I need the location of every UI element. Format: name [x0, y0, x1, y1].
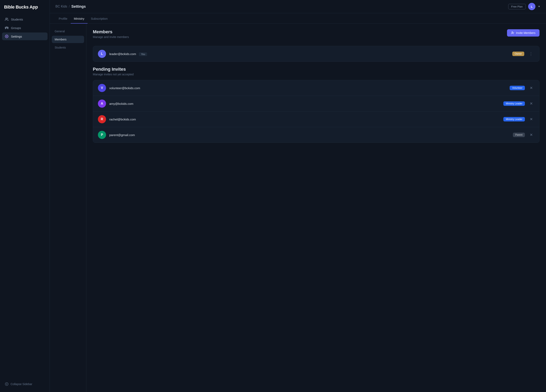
- you-badge: You: [139, 52, 147, 56]
- invite-role-rachel: Ministry Leader: [503, 117, 525, 121]
- members-section-header: Members Manage and Invite members Invite…: [93, 29, 540, 43]
- svg-point-3: [7, 27, 8, 28]
- user-avatar[interactable]: L: [528, 3, 535, 10]
- groups-icon: [5, 26, 8, 30]
- svg-point-5: [512, 32, 513, 33]
- breadcrumb-bc-kids[interactable]: BC Kids: [55, 5, 67, 8]
- app-logo: Bible Bucks App: [0, 0, 50, 15]
- svg-point-2: [5, 27, 6, 28]
- invite-remove-amy[interactable]: ✕: [528, 101, 534, 107]
- invite-row-volunteer: V volunteer@bckids.com Volunteer ✕: [93, 80, 539, 96]
- invite-avatar-volunteer: V: [98, 84, 106, 92]
- tab-profile[interactable]: Profile: [55, 13, 71, 24]
- settings-container: Profile Ministry Subscription General Me…: [50, 13, 546, 392]
- sidebar-item-settings-label: Settings: [11, 35, 22, 38]
- invite-members-label: Invite Members: [516, 31, 535, 34]
- member-role-leader: Owner: [512, 52, 524, 56]
- invite-icon: [511, 31, 514, 34]
- students-icon: [5, 18, 8, 21]
- topbar-right: Free Plan L ▼: [508, 3, 540, 10]
- invite-row-rachel: R rachel@bckids.com Ministry Leader ✕: [93, 111, 539, 127]
- svg-point-0: [6, 18, 7, 19]
- page-title: Settings: [71, 5, 86, 9]
- svg-point-4: [5, 383, 8, 386]
- invite-row-parent: P parent@gmail.com Parent ✕: [93, 127, 539, 143]
- pending-subtitle: Manage invites not yet accepted: [93, 73, 540, 76]
- invite-role-parent: Parent: [513, 133, 525, 137]
- sidebar-nav: Students Groups Settings: [0, 15, 50, 377]
- sidebar-item-students-label: Students: [11, 18, 23, 21]
- avatar-chevron-icon[interactable]: ▼: [538, 5, 540, 8]
- topbar: BC Kids / Settings Free Plan L ▼: [50, 0, 546, 13]
- settings-tabs: Profile Ministry Subscription: [50, 13, 546, 24]
- member-avatar-leader: L: [98, 50, 106, 58]
- members-title: Members: [93, 29, 129, 34]
- invite-row-amy: A amy@bckids.com Ministry Leader ✕: [93, 96, 539, 111]
- collapse-label: Collapse Sidebar: [11, 382, 32, 386]
- invite-members-button[interactable]: Invite Members: [507, 29, 540, 37]
- tab-ministry[interactable]: Ministry: [71, 13, 88, 24]
- tab-subscription[interactable]: Subscription: [88, 13, 111, 24]
- member-email-leader: leader@bckids.com You: [109, 52, 509, 56]
- settings-icon: [5, 34, 8, 38]
- pending-invites-card: V volunteer@bckids.com Volunteer ✕ A amy…: [93, 80, 540, 143]
- collapse-icon: [5, 382, 8, 386]
- invite-remove-parent[interactable]: ✕: [528, 132, 534, 138]
- sidebar-item-students[interactable]: Students: [2, 15, 47, 23]
- settings-sub-nav: General Members Students: [50, 24, 86, 392]
- sidebar: Bible Bucks App Students Groups: [0, 0, 50, 392]
- content-area: Members Manage and Invite members Invite…: [86, 24, 546, 392]
- invite-remove-rachel[interactable]: ✕: [528, 116, 534, 122]
- sidebar-item-groups[interactable]: Groups: [2, 24, 47, 32]
- invite-email-parent: parent@gmail.com: [109, 133, 510, 137]
- pending-title: Pending Invites: [93, 67, 540, 72]
- topbar-left: BC Kids / Settings: [55, 5, 86, 9]
- svg-point-1: [6, 27, 7, 28]
- members-title-group: Members Manage and Invite members: [93, 29, 129, 43]
- invite-email-amy: amy@bckids.com: [109, 102, 500, 105]
- sidebar-item-groups-label: Groups: [11, 26, 21, 30]
- settings-layout: General Members Students Members Manage …: [50, 24, 546, 392]
- main-content: BC Kids / Settings Free Plan L ▼ Profile…: [50, 0, 546, 392]
- invite-email-volunteer: volunteer@bckids.com: [109, 86, 506, 90]
- pending-section-header: Pending Invites Manage invites not yet a…: [93, 67, 540, 76]
- sidebar-bottom: Collapse Sidebar: [0, 377, 50, 392]
- invite-role-volunteer: Volunteer: [510, 86, 525, 90]
- breadcrumb-separator: /: [69, 5, 70, 8]
- sidebar-item-settings[interactable]: Settings: [2, 33, 47, 40]
- invite-email-rachel: rachel@bckids.com: [109, 118, 500, 121]
- invite-avatar-rachel: R: [98, 115, 106, 123]
- collapse-sidebar-button[interactable]: Collapse Sidebar: [2, 380, 47, 388]
- member-row-leader: L leader@bckids.com You Owner ⋮: [93, 46, 539, 62]
- invite-avatar-parent: P: [98, 131, 106, 139]
- free-plan-button[interactable]: Free Plan: [508, 4, 526, 9]
- invite-remove-volunteer[interactable]: ✕: [528, 85, 534, 91]
- members-card: L leader@bckids.com You Owner ⋮: [93, 46, 540, 62]
- members-subtitle: Manage and Invite members: [93, 35, 129, 39]
- settings-nav-general[interactable]: General: [52, 28, 84, 35]
- invite-avatar-amy: A: [98, 99, 106, 108]
- settings-nav-students[interactable]: Students: [52, 44, 84, 51]
- member-more-button[interactable]: ⋮: [527, 51, 534, 57]
- invite-role-amy: Ministry Leader: [503, 101, 525, 106]
- settings-nav-members[interactable]: Members: [52, 36, 84, 43]
